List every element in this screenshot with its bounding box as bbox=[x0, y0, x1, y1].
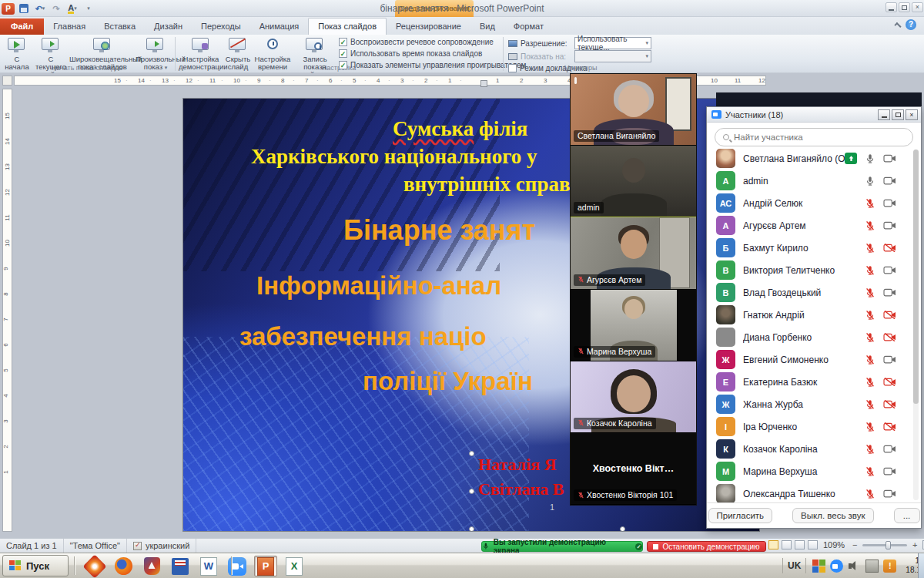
tab-вид[interactable]: Вид bbox=[470, 18, 504, 35]
participant-search[interactable] bbox=[715, 128, 913, 146]
mic-muted-icon[interactable] bbox=[865, 310, 875, 321]
help-icon[interactable]: ? bbox=[906, 19, 916, 30]
panel-minimize-button[interactable] bbox=[878, 109, 890, 120]
redo-icon[interactable]: ↷ bbox=[49, 2, 63, 15]
search-input[interactable] bbox=[734, 133, 888, 142]
participant-row[interactable]: Олександра Тишенко bbox=[707, 482, 909, 505]
play-screen-button[interactable]: С начала bbox=[2, 36, 32, 71]
custom-show-button[interactable]: Произвольный показ ▾ bbox=[136, 36, 176, 72]
slide-title-line2[interactable]: Харківського національного у bbox=[251, 145, 537, 169]
slide-heading-line3[interactable]: забезпечення націо bbox=[239, 322, 487, 351]
rehearse-clock-button[interactable]: Настройка времени bbox=[253, 36, 293, 71]
customize-qat-icon[interactable]: ▾ bbox=[82, 2, 95, 15]
collapse-ribbon-icon[interactable] bbox=[894, 22, 901, 29]
selection-handle[interactable] bbox=[469, 489, 474, 494]
tab-анимация[interactable]: Анимация bbox=[250, 18, 309, 35]
powerpoint-logo-icon[interactable]: P bbox=[2, 3, 15, 15]
camera-on-icon[interactable] bbox=[883, 176, 896, 185]
stop-share-button[interactable]: Остановить демонстрацию bbox=[647, 541, 766, 552]
font-color-icon[interactable]: A▾ bbox=[65, 2, 79, 15]
alert-tray-icon[interactable]: ! bbox=[883, 560, 896, 573]
mic-muted-icon[interactable] bbox=[865, 265, 875, 276]
video-tile[interactable]: Хвостенко Вікт…Хвостенко Вікторія 101 bbox=[571, 433, 696, 505]
slide-heading-line4[interactable]: поліції Україн bbox=[363, 367, 533, 396]
language-indicator[interactable]: UK bbox=[782, 558, 806, 573]
camera-on-icon[interactable] bbox=[883, 467, 896, 476]
participant-row[interactable]: АСАндрій Селюк bbox=[707, 192, 909, 214]
participant-row[interactable]: ВВлад Гвоздецький bbox=[707, 281, 909, 304]
participants-panel-titlebar[interactable]: Участники (18) × bbox=[707, 107, 921, 123]
excel-icon[interactable]: X bbox=[283, 556, 306, 576]
normal-view-icon[interactable] bbox=[768, 540, 778, 549]
ribbon-checkbox[interactable]: ✓Показать элементы управления проигрыват… bbox=[339, 59, 526, 71]
mute-all-button[interactable]: Выкл. весь звук bbox=[792, 508, 873, 523]
save-icon[interactable] bbox=[17, 2, 31, 15]
video-tile[interactable]: admin bbox=[571, 146, 696, 217]
slide-sorter-view-icon[interactable] bbox=[782, 540, 792, 549]
finereader-eye-icon[interactable] bbox=[83, 556, 106, 576]
panel-maximize-button[interactable] bbox=[892, 109, 904, 120]
participant-row[interactable]: ККозачок Кароліна bbox=[707, 438, 909, 460]
participant-row[interactable]: ММарина Верхуша bbox=[707, 460, 909, 482]
selection-handle[interactable] bbox=[469, 526, 474, 532]
ribbon-checkbox[interactable]: ✓Воспроизвести речевое сопровождение bbox=[339, 36, 526, 48]
ribbon-checkbox[interactable]: ✓Использовать время показа слайдов bbox=[339, 48, 526, 59]
participant-row[interactable]: ЖЕвгений Симоненко bbox=[707, 348, 909, 371]
participant-row[interactable]: ВВиктория Телитченко bbox=[707, 259, 909, 281]
mic-on-icon[interactable] bbox=[865, 153, 875, 164]
participant-row[interactable]: ААгурєєв Артем bbox=[707, 214, 909, 237]
camera-off-icon[interactable] bbox=[883, 378, 896, 386]
zoom-slider[interactable] bbox=[862, 544, 907, 546]
participant-row[interactable]: ББахмут Кирило bbox=[707, 237, 909, 259]
mic-muted-icon[interactable] bbox=[865, 198, 875, 209]
mic-muted-icon[interactable] bbox=[865, 466, 875, 477]
word-icon[interactable]: W bbox=[197, 556, 220, 576]
close-button[interactable]: × bbox=[912, 2, 923, 12]
tab-дизайн[interactable]: Дизайн bbox=[145, 18, 192, 35]
tab-главная[interactable]: Главная bbox=[44, 18, 95, 35]
participant-row[interactable]: ЖЖанна Журба bbox=[707, 393, 909, 415]
mic-muted-icon[interactable] bbox=[865, 220, 875, 231]
camera-on-icon[interactable] bbox=[883, 154, 896, 163]
participants-scrollbar[interactable] bbox=[913, 150, 919, 500]
slide-author-line2[interactable]: Світлана В bbox=[478, 479, 564, 499]
participant-row[interactable]: Aadmin bbox=[707, 170, 909, 192]
mic-muted-icon[interactable] bbox=[865, 489, 875, 499]
camera-on-icon[interactable] bbox=[883, 355, 896, 364]
minimize-button[interactable] bbox=[886, 2, 897, 12]
show-desktop-button[interactable] bbox=[918, 553, 924, 578]
slide-heading-line2[interactable]: Інформаційно-анал bbox=[256, 271, 501, 301]
tab-вставка[interactable]: Вставка bbox=[95, 18, 145, 35]
zoom-tray-icon[interactable] bbox=[830, 560, 843, 573]
participant-row[interactable]: Гнатюк Андрій bbox=[707, 304, 909, 326]
selection-handle[interactable] bbox=[620, 526, 625, 532]
zoom-out-button[interactable]: − bbox=[850, 540, 859, 549]
volume-icon[interactable] bbox=[848, 560, 861, 573]
setup-show-button[interactable]: Настройка демонстрации bbox=[179, 36, 223, 71]
tab-переходы[interactable]: Переходы bbox=[192, 18, 250, 35]
hide-slide-button[interactable]: Скрыть слайд bbox=[223, 36, 253, 71]
mic-on-icon[interactable] bbox=[865, 176, 875, 187]
mic-muted-icon[interactable] bbox=[865, 444, 875, 455]
participant-row[interactable]: ІІра Юрченко bbox=[707, 415, 909, 438]
camera-on-icon[interactable] bbox=[883, 266, 896, 274]
slide-author-line1[interactable]: Наталія Я bbox=[478, 455, 557, 475]
camera-off-icon[interactable] bbox=[883, 244, 896, 252]
play-current-button[interactable]: С текущего слайда bbox=[32, 36, 69, 79]
mic-muted-icon[interactable] bbox=[865, 355, 875, 365]
panel-close-button[interactable]: × bbox=[906, 109, 918, 120]
security-shield-icon[interactable] bbox=[140, 556, 163, 576]
network-icon[interactable] bbox=[865, 560, 879, 573]
more-options-button[interactable]: ... bbox=[894, 508, 920, 523]
antivirus-tray-icon[interactable] bbox=[812, 560, 825, 573]
selection-handle[interactable] bbox=[469, 451, 474, 456]
invite-button[interactable]: Пригласить bbox=[708, 508, 773, 523]
slide-heading-line1[interactable]: Бінарне занят bbox=[343, 214, 535, 247]
camera-off-icon[interactable] bbox=[883, 400, 896, 408]
undo-icon[interactable]: ↶▾ bbox=[33, 2, 47, 15]
camera-on-icon[interactable] bbox=[883, 199, 896, 207]
powerpoint-icon[interactable]: P bbox=[254, 556, 277, 576]
zoom-in-button[interactable]: + bbox=[910, 540, 919, 549]
restore-button[interactable] bbox=[899, 2, 910, 12]
tab-файл[interactable]: Файл bbox=[0, 18, 44, 35]
